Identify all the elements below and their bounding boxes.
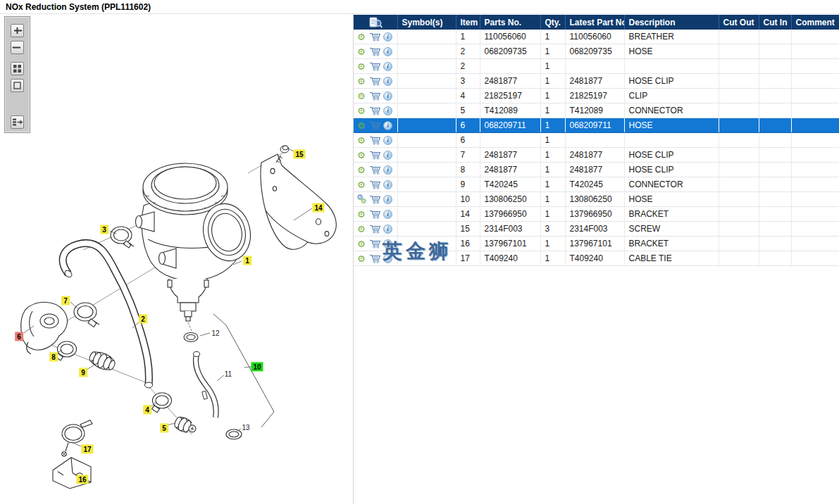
gear-icon[interactable]: ⚙⚙: [357, 224, 367, 234]
diagram-label-10[interactable]: 10: [251, 363, 263, 372]
table-row[interactable]: ⚙⚙ i 8 2481877 1 2481877 HOSE CLIP: [354, 163, 839, 177]
diagram-label-8[interactable]: 8: [49, 353, 58, 362]
gear-icon[interactable]: ⚙⚙: [357, 61, 367, 72]
export-list-button[interactable]: [11, 115, 24, 129]
gear-icon[interactable]: ⚙⚙: [357, 209, 367, 220]
column-header-symbols[interactable]: Symbol(s): [397, 15, 456, 30]
diagram-label-9[interactable]: 9: [79, 368, 87, 377]
cart-icon[interactable]: [369, 179, 381, 189]
diagram-label-6[interactable]: 6: [15, 332, 23, 341]
tile-view-button[interactable]: [11, 62, 24, 75]
info-icon[interactable]: i: [383, 136, 392, 145]
diagram-label-7[interactable]: 7: [61, 296, 70, 305]
diagram-label-15[interactable]: 15: [293, 150, 305, 159]
gear-icon[interactable]: ⚙⚙: [357, 46, 367, 57]
cart-icon[interactable]: [369, 32, 381, 42]
table-row[interactable]: ⚙⚙ i 5 T412089 1 T412089 CONNECTOR: [354, 103, 839, 118]
column-header-cut-in[interactable]: Cut In: [759, 15, 791, 30]
zoom-in-button[interactable]: [11, 24, 24, 37]
info-icon[interactable]: i: [383, 180, 392, 189]
table-row[interactable]: ⚙⚙ i 4 21825197 1 21825197 CLIP: [354, 89, 839, 103]
gear-icon[interactable]: ⚙⚙: [357, 253, 367, 264]
column-header-description[interactable]: Description: [624, 15, 719, 30]
gear-icon[interactable]: ⚙⚙: [357, 91, 367, 101]
diagram-label-17[interactable]: 17: [81, 445, 93, 454]
info-icon[interactable]: i: [383, 151, 392, 160]
diagram-label-11[interactable]: 11: [223, 370, 234, 379]
diagram-label-2[interactable]: 2: [139, 315, 147, 324]
cell-cut-out: [719, 177, 759, 192]
cart-icon[interactable]: [369, 253, 381, 263]
cart-icon[interactable]: [369, 165, 381, 175]
diagram-label-4[interactable]: 4: [143, 405, 151, 415]
column-header-item[interactable]: Item: [456, 15, 480, 30]
gear-icon[interactable]: ⚙⚙: [357, 76, 367, 87]
cart-icon[interactable]: [369, 150, 381, 160]
gear-icon[interactable]: ⚙⚙: [357, 194, 367, 205]
table-row[interactable]: ⚙⚙ i 3 2481877 1 2481877 HOSE CLIP: [354, 74, 839, 89]
cart-icon[interactable]: [369, 194, 381, 204]
table-row[interactable]: ⚙⚙ i 10 130806250 1 130806250 HOSE: [354, 192, 839, 207]
cart-icon[interactable]: [369, 46, 381, 56]
column-header-find[interactable]: [354, 15, 397, 30]
info-icon[interactable]: i: [383, 121, 392, 130]
diagram-label-1[interactable]: 1: [243, 256, 251, 265]
info-icon[interactable]: i: [383, 225, 392, 234]
table-row[interactable]: ⚙⚙ i 16 137967101 1 137967101 BRACKET: [354, 237, 839, 251]
cart-icon[interactable]: [369, 91, 381, 101]
column-header-latest-part-no[interactable]: Latest Part No.: [565, 15, 624, 30]
table-row[interactable]: ⚙⚙ i 2 1: [354, 59, 839, 74]
info-icon[interactable]: i: [383, 77, 392, 86]
diagram-label-14[interactable]: 14: [312, 203, 324, 213]
zoom-out-button[interactable]: [11, 41, 24, 54]
table-row[interactable]: ⚙⚙ i 7 2481877 1 2481877 HOSE CLIP: [354, 148, 839, 163]
gear-icon[interactable]: ⚙⚙: [357, 120, 367, 131]
info-icon[interactable]: i: [383, 106, 392, 115]
info-icon[interactable]: i: [383, 210, 392, 219]
table-row[interactable]: ⚙⚙ i 14 137966950 1 137966950 BRACKET: [354, 207, 839, 222]
diagram-label-16[interactable]: 16: [76, 475, 88, 484]
diagram-label-12[interactable]: 12: [209, 329, 221, 338]
row-actions-cell: ⚙⚙ i: [354, 133, 397, 148]
fit-view-button[interactable]: [11, 79, 24, 92]
gear-icon[interactable]: ⚙⚙: [357, 239, 367, 249]
diagram-label-5[interactable]: 5: [160, 424, 168, 433]
cart-icon[interactable]: [369, 209, 381, 219]
cart-icon[interactable]: [369, 76, 381, 86]
gear-icon[interactable]: ⚙⚙: [357, 135, 367, 146]
info-icon[interactable]: i: [383, 195, 392, 204]
table-row[interactable]: ⚙⚙ i 2 068209735 1 068209735 HOSE: [354, 44, 839, 59]
column-header-comment[interactable]: Comment: [791, 15, 839, 30]
info-icon[interactable]: i: [383, 62, 392, 71]
table-row[interactable]: ⚙⚙ i 17 T409240 1 T409240 CABLE TIE: [354, 251, 839, 266]
cell-parts-no: 137966950: [480, 207, 540, 222]
info-icon[interactable]: i: [383, 254, 392, 263]
column-header-qty[interactable]: Qty.: [540, 15, 565, 30]
column-header-cut-out[interactable]: Cut Out: [719, 15, 759, 30]
info-icon[interactable]: i: [383, 92, 392, 101]
cart-icon[interactable]: [369, 135, 381, 145]
gear-icon[interactable]: ⚙⚙: [357, 150, 367, 160]
gear-icon[interactable]: ⚙⚙: [357, 106, 367, 116]
table-row[interactable]: ⚙⚙ i 6 068209711 1 068209711 HOSE: [354, 118, 839, 133]
row-actions-cell: ⚙⚙ i: [354, 192, 397, 207]
column-header-parts-no[interactable]: Parts No.: [480, 15, 540, 30]
cart-icon[interactable]: [369, 106, 381, 115]
info-icon[interactable]: i: [383, 47, 392, 56]
info-icon[interactable]: i: [383, 32, 392, 42]
table-row[interactable]: ⚙⚙ i 9 T420245 1 T420245 CONNECTOR: [354, 177, 839, 192]
table-row[interactable]: ⚙⚙ i 15 2314F003 3 2314F003 SCREW: [354, 222, 839, 237]
gear-icon[interactable]: ⚙⚙: [357, 179, 367, 190]
info-icon[interactable]: i: [383, 239, 392, 248]
cart-icon[interactable]: [369, 239, 381, 248]
info-icon[interactable]: i: [383, 165, 392, 175]
diagram-label-13[interactable]: 13: [240, 423, 251, 432]
cart-icon[interactable]: [369, 120, 381, 130]
cart-icon[interactable]: [369, 61, 381, 71]
table-row[interactable]: ⚙⚙ i 1 110056060 1 110056060 BREATHER: [354, 30, 839, 44]
table-row[interactable]: ⚙⚙ i 6 1: [354, 133, 839, 148]
cart-icon[interactable]: [369, 224, 381, 234]
gear-icon[interactable]: ⚙⚙: [357, 32, 367, 42]
gear-icon[interactable]: ⚙⚙: [357, 165, 367, 175]
diagram-label-3[interactable]: 3: [100, 225, 108, 234]
